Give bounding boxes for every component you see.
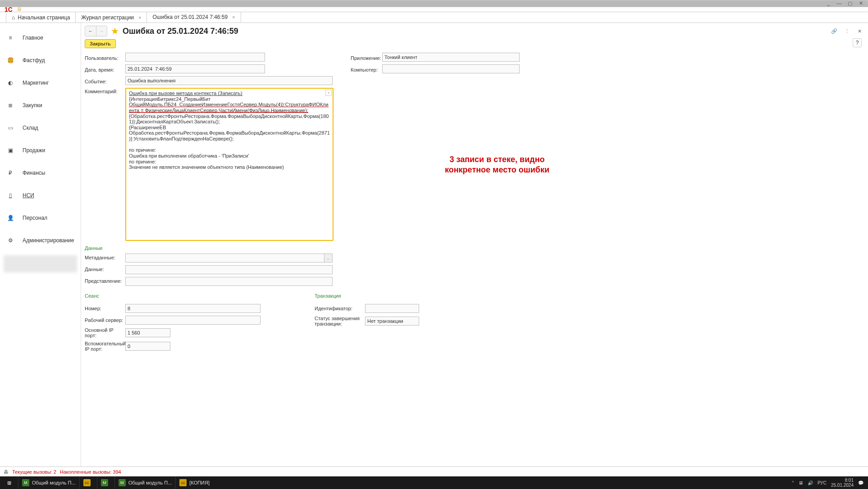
comment-label: Комментарий: — [85, 88, 125, 94]
user-field[interactable] — [125, 53, 265, 62]
app-icon: M — [22, 479, 29, 486]
tab-log[interactable]: Журнал регистрации × — [76, 12, 147, 23]
close-panel-icon[interactable]: ✕ — [855, 27, 863, 35]
statusbar: 🖶 Текущие вызовы: 2 Накопленные вызовы: … — [0, 466, 868, 476]
data-section-title: Данные — [85, 245, 863, 251]
taskbar-item[interactable]: 1С[КОПИЯ] — [175, 476, 213, 489]
sidebar-item-warehouse[interactable]: ▭Склад — [0, 117, 81, 139]
tab-home[interactable]: ⌂ Начальная страница — [6, 12, 76, 23]
datetime-field[interactable] — [125, 64, 265, 73]
box-icon: ▭ — [6, 124, 14, 132]
metadata-field[interactable] — [125, 254, 324, 263]
taskbar-item[interactable]: 1С — [79, 476, 97, 489]
data-field[interactable] — [125, 265, 333, 274]
session-num-field[interactable] — [125, 304, 260, 313]
doc-icon: ▯ — [6, 191, 14, 199]
win-minimize-icon[interactable]: — — [836, 0, 843, 6]
sidebar-item-purchases[interactable]: ≣Закупки — [0, 94, 81, 117]
mainport-field[interactable] — [125, 328, 170, 337]
session-title: Сеанс — [85, 293, 260, 299]
sidebar-item-admin[interactable]: ⚙Администрирование — [0, 229, 81, 252]
comment-line: {Обработка.рестФронтыРесторана.Форма.Фор… — [129, 113, 329, 125]
clock[interactable]: 8:01 25.01.2024 — [831, 478, 854, 488]
sound-icon[interactable]: 🔊 — [808, 480, 813, 485]
sidebar-item-marketing[interactable]: ◐Маркетинг — [0, 72, 81, 94]
datetime-label: Дата, время: — [85, 66, 125, 72]
taskbar-item[interactable]: M — [97, 476, 114, 489]
lang-indicator[interactable]: РУС — [818, 480, 827, 485]
mainport-label: Основной IP порт: — [85, 327, 125, 338]
comment-line: {РасширениеЕВ — [129, 125, 166, 130]
trans-status-field[interactable] — [365, 317, 419, 326]
expand-icon[interactable]: ▫ — [325, 90, 332, 96]
comment-line: по причине: — [129, 147, 156, 153]
sidebar-item-personnel[interactable]: 👤Персонал — [0, 207, 81, 229]
metadata-label: Метаданные: — [85, 254, 125, 263]
clock-date: 25.01.2024 — [831, 483, 854, 488]
status-current-calls: Текущие вызовы: 2 — [12, 469, 56, 475]
auxport-label: Вспомогательный IP порт: — [85, 341, 125, 352]
link-icon[interactable]: 🔗 — [830, 27, 838, 35]
more-icon[interactable]: ⋮ — [843, 27, 851, 35]
clock-time: 8:01 — [831, 478, 854, 483]
titlebar-blur — [0, 0, 868, 6]
sidebar-item-label: Склад — [23, 125, 38, 131]
ellipsis-icon[interactable]: ... — [324, 254, 333, 263]
repr-label: Представление: — [85, 277, 125, 286]
win-close-icon[interactable]: ✕ — [857, 0, 864, 6]
comment-textarea[interactable]: ▫Ошибка при вызове метода контекста (Зап… — [125, 88, 333, 241]
annotation-text: 3 записи в стеке, видно конкретное место… — [432, 154, 562, 176]
form-area: Пользователь: Приложение: Дата, время: К… — [85, 53, 863, 352]
win-option-icon[interactable]: ⎯ — [825, 0, 832, 6]
taskbar-label: Общий модуль П... — [128, 480, 172, 485]
comment-line: Значение не является значением объектног… — [129, 164, 284, 170]
ruble-icon: ₽ — [6, 169, 14, 177]
close-icon[interactable]: × — [138, 15, 141, 20]
lines-icon: ≡ — [6, 34, 14, 42]
printer-icon[interactable]: 🖶 — [4, 469, 9, 475]
notification-icon[interactable]: 💬 — [858, 480, 863, 485]
app-field[interactable] — [382, 53, 520, 62]
taskbar-item[interactable]: MОбщий модуль П... — [18, 476, 79, 489]
content: ← → ★ Ошибка от 25.01.2024 7:46:59 🔗 ⋮ ✕… — [81, 23, 868, 466]
computer-field[interactable] — [382, 64, 520, 73]
home-icon: ⌂ — [12, 14, 15, 21]
chevron-up-icon[interactable]: ˄ — [792, 480, 794, 485]
taskbar-item[interactable]: MОбщий модуль П... — [114, 476, 176, 489]
start-button[interactable]: ⊞ — [0, 476, 18, 489]
network-icon[interactable]: 🖥 — [799, 480, 803, 485]
help-button[interactable]: ? — [853, 38, 862, 47]
auxport-field[interactable] — [125, 342, 170, 351]
comment-line: ОбщийМодуль.ПБ24_СозданиеИзменениеГостяС… — [129, 102, 329, 113]
globe-icon: ◐ — [6, 79, 14, 87]
list-icon: ≣ — [6, 101, 14, 109]
tab-label: Журнал регистрации — [81, 14, 134, 21]
server-field[interactable] — [125, 316, 260, 325]
win-maximize-icon[interactable]: ▢ — [846, 0, 854, 6]
star-icon[interactable]: ★ — [111, 26, 119, 36]
sidebar-item-label: Фастфуд — [23, 57, 45, 63]
event-field[interactable] — [125, 76, 333, 85]
tab-label: Начальная страница — [18, 14, 70, 21]
close-icon[interactable]: × — [232, 14, 235, 20]
tabs-row: ⌂ Начальная страница Журнал регистрации … — [0, 12, 868, 23]
repr-field[interactable] — [125, 277, 333, 286]
trans-id-field[interactable] — [365, 304, 419, 313]
sidebar-item-label: Продажи — [23, 147, 45, 154]
sidebar-item-fastfood[interactable]: 🍔Фастфуд — [0, 49, 81, 72]
sidebar-item-main[interactable]: ≡Главное — [0, 27, 81, 49]
sidebar-item-nsi[interactable]: ▯НСИ — [0, 184, 81, 207]
session-num-label: Номер: — [85, 306, 125, 311]
forward-button[interactable]: → — [96, 26, 107, 36]
computer-label: Компьютер: — [351, 66, 382, 72]
sidebar-hidden-item — [4, 255, 77, 272]
tab-error[interactable]: Ошибка от 25.01.2024 7:46:59 × — [147, 12, 241, 23]
package-icon: ▣ — [6, 146, 14, 154]
sidebar-item-label: Администрирование — [23, 237, 74, 244]
close-button[interactable]: Закрыть — [85, 39, 116, 48]
sidebar-item-finance[interactable]: ₽Финансы — [0, 162, 81, 184]
person-icon: 👤 — [6, 214, 14, 222]
taskbar: ⊞ MОбщий модуль П... 1С M MОбщий модуль … — [0, 476, 868, 489]
back-button[interactable]: ← — [85, 26, 96, 36]
sidebar-item-sales[interactable]: ▣Продажи — [0, 139, 81, 162]
